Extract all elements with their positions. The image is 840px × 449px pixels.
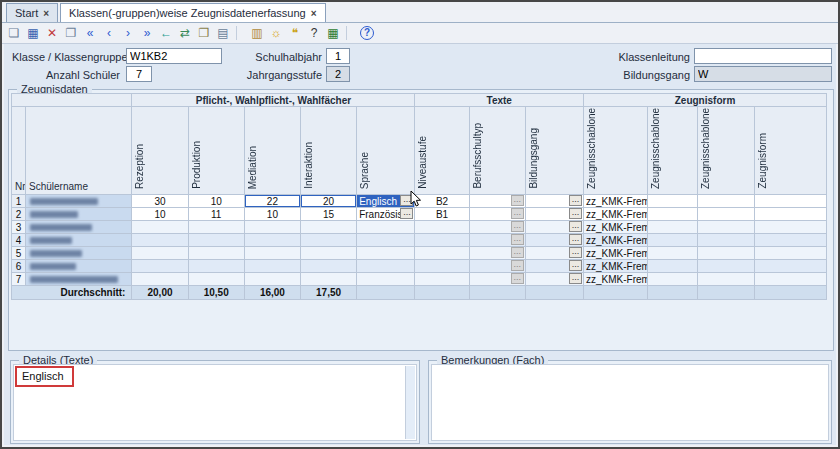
ellipsis-button[interactable]: ... <box>511 247 524 258</box>
ellipsis-button[interactable]: ... <box>569 260 582 271</box>
new-icon[interactable]: ❏ <box>5 25 23 42</box>
cell-zeugnisschablone-3[interactable] <box>698 195 754 208</box>
cell-zeugnisschablone-2[interactable] <box>648 260 698 273</box>
cell-produktion[interactable]: 10 <box>188 195 244 208</box>
ellipsis-button[interactable]: ... <box>511 195 524 206</box>
cell-bildungsgang[interactable]: ... <box>525 247 583 260</box>
cell-interaktion[interactable] <box>300 221 356 234</box>
cell-mediation[interactable]: 22 <box>244 195 300 208</box>
cell-nr[interactable]: 6 <box>12 260 26 273</box>
print-icon[interactable]: ▥ <box>248 25 266 42</box>
tab-start-close-icon[interactable]: × <box>43 8 49 19</box>
undo-icon[interactable]: ← <box>157 25 175 42</box>
anzahl-schueler-input[interactable] <box>126 66 152 82</box>
cell-interaktion[interactable] <box>300 273 356 286</box>
cell-sprache[interactable] <box>357 221 415 234</box>
klasse-input[interactable] <box>126 48 222 64</box>
cell-mediation[interactable] <box>244 273 300 286</box>
ellipsis-button[interactable]: ... <box>569 208 582 219</box>
cell-zeugnisschablone-2[interactable] <box>648 195 698 208</box>
cell-nr[interactable]: 5 <box>12 247 26 260</box>
cell-produktion[interactable]: 11 <box>188 208 244 221</box>
cell-zeugnisschablone-1[interactable]: zz_KMK-Frem... <box>584 260 648 273</box>
cell-interaktion[interactable] <box>300 247 356 260</box>
cell-rezeption[interactable] <box>132 247 188 260</box>
ellipsis-button[interactable]: ... <box>511 273 524 284</box>
cell-nr[interactable]: 2 <box>12 208 26 221</box>
details-texte-panel[interactable]: Englisch <box>13 364 417 441</box>
cell-zeugnisschablone-3[interactable] <box>698 260 754 273</box>
cell-rezeption[interactable] <box>132 221 188 234</box>
klassenleitung-input[interactable] <box>694 48 832 64</box>
cell-zeugnisschablone-2[interactable] <box>648 273 698 286</box>
ellipsis-button[interactable]: ... <box>511 260 524 271</box>
ellipsis-button[interactable]: ... <box>400 208 413 219</box>
ellipsis-button[interactable]: ... <box>511 234 524 245</box>
cell-niveaustufe[interactable] <box>415 221 469 234</box>
ellipsis-button[interactable]: ... <box>569 195 582 206</box>
ellipsis-button[interactable]: ... <box>569 221 582 232</box>
cell-berufsschultyp[interactable]: ... <box>469 247 525 260</box>
cell-zeugnisform[interactable] <box>754 208 826 221</box>
cell-berufsschultyp[interactable]: ... <box>469 195 525 208</box>
cell-nr[interactable]: 7 <box>12 273 26 286</box>
lightbulb-icon[interactable]: ☼ <box>267 25 285 42</box>
cell-sprache[interactable] <box>357 273 415 286</box>
cell-mediation[interactable] <box>244 234 300 247</box>
cell-schuelername[interactable] <box>26 260 132 273</box>
cell-niveaustufe[interactable]: B2 <box>415 195 469 208</box>
tab-start[interactable]: Start × <box>6 3 58 22</box>
cell-mediation[interactable] <box>244 221 300 234</box>
cell-interaktion[interactable]: 20 <box>300 195 356 208</box>
cell-mediation[interactable] <box>244 260 300 273</box>
first-record-icon[interactable]: « <box>81 25 99 42</box>
cell-zeugnisschablone-1[interactable]: zz_KMK-Frem... <box>584 247 648 260</box>
cell-rezeption[interactable] <box>132 273 188 286</box>
cell-bildungsgang[interactable]: ... <box>525 221 583 234</box>
cell-zeugnisform[interactable] <box>754 260 826 273</box>
cell-mediation[interactable]: 10 <box>244 208 300 221</box>
cell-berufsschultyp[interactable]: ... <box>469 260 525 273</box>
paste-icon[interactable]: ▤ <box>214 25 232 42</box>
ellipsis-button[interactable]: ... <box>511 208 524 219</box>
copy-icon[interactable]: ❐ <box>195 25 213 42</box>
cell-zeugnisschablone-2[interactable] <box>648 234 698 247</box>
cell-interaktion[interactable]: 15 <box>300 208 356 221</box>
details-selected-subject[interactable]: Englisch <box>15 366 74 387</box>
cell-zeugnisschablone-1[interactable]: zz_KMK-Frem... <box>584 208 648 221</box>
cell-bildungsgang[interactable]: ... <box>525 195 583 208</box>
cell-rezeption[interactable]: 10 <box>132 208 188 221</box>
cell-niveaustufe[interactable]: B1 <box>415 208 469 221</box>
details-scrollbar[interactable] <box>405 366 415 439</box>
cell-bildungsgang[interactable]: ... <box>525 260 583 273</box>
prev-record-icon[interactable]: ‹ <box>100 25 118 42</box>
cell-zeugnisschablone-1[interactable]: zz_KMK-Frem... <box>584 273 648 286</box>
next-record-icon[interactable]: › <box>119 25 137 42</box>
help-icon[interactable]: ? <box>305 25 323 42</box>
cell-rezeption[interactable] <box>132 260 188 273</box>
ellipsis-button[interactable]: ... <box>569 247 582 258</box>
cell-schuelername[interactable] <box>26 234 132 247</box>
cell-interaktion[interactable] <box>300 260 356 273</box>
cell-berufsschultyp[interactable]: ... <box>469 234 525 247</box>
cell-sprache[interactable]: Englisch... <box>357 195 415 208</box>
cell-mediation[interactable] <box>244 247 300 260</box>
info-icon[interactable]: ? <box>360 26 374 40</box>
cell-bildungsgang[interactable]: ... <box>525 208 583 221</box>
schulhalbjahr-input[interactable] <box>326 48 350 64</box>
comment-icon[interactable]: ❝ <box>286 25 304 42</box>
cell-produktion[interactable] <box>188 234 244 247</box>
excel-export-icon[interactable]: ▦ <box>324 25 342 42</box>
cell-niveaustufe[interactable] <box>415 234 469 247</box>
cell-berufsschultyp[interactable]: ... <box>469 273 525 286</box>
cell-zeugnisform[interactable] <box>754 234 826 247</box>
cell-sprache[interactable]: Französisch... <box>357 208 415 221</box>
cell-niveaustufe[interactable] <box>415 273 469 286</box>
cell-berufsschultyp[interactable]: ... <box>469 208 525 221</box>
cell-sprache[interactable] <box>357 247 415 260</box>
cell-schuelername[interactable] <box>26 195 132 208</box>
cell-rezeption[interactable] <box>132 234 188 247</box>
cell-zeugnisschablone-1[interactable]: zz_KMK-Frem... <box>584 234 648 247</box>
cell-niveaustufe[interactable] <box>415 247 469 260</box>
tab-zeugnisdatenerfassung[interactable]: Klassen(-gruppen)weise Zeugnisdatenerfas… <box>60 3 325 22</box>
